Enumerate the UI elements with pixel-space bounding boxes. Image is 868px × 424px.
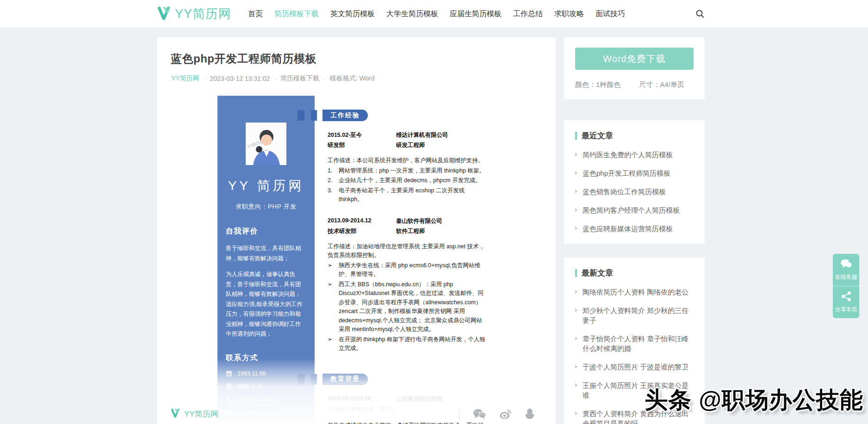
article-card: 蓝色php开发工程师简历模板 YY简历网 · 2023-03-12 13:31:… [157,37,556,424]
triangle-bullet-icon [575,208,578,212]
latest-article-link[interactable]: 郑少秋个人资料简介 郑少秋的三任妻子 [575,306,694,325]
work-dept: 技术研发部 [328,227,396,235]
ribbon-square [298,374,304,385]
meta-separator: · [323,75,326,82]
download-card: Word免费下载 颜色：1种颜色 尺寸：A4/单页 [564,37,705,99]
meta-category-link[interactable]: 简历模板下载 [280,74,319,83]
resume-intention: 求职意向：PHP 开发 [217,203,315,211]
latest-articles-title: 最新文章 [582,268,613,278]
footer-logo[interactable]: YY简历网 [171,408,218,419]
resume-section-title: 工作经验 [322,110,368,121]
triangle-bullet-icon [575,153,578,156]
work-desc-line: ➢陕西大学生在线：采用 php ecms6.0+mysql,负责网站维护、界管理… [328,261,486,279]
nav-item[interactable]: 面试技巧 [595,9,625,19]
triangle-bullet-icon [575,171,578,175]
nav-item[interactable]: 应届生简历模板 [450,9,502,19]
latest-article-link[interactable]: 章子怡简介个人资料 章子怡和汪峰什么时候离的婚 [575,334,694,353]
header-accent-bar [575,132,577,140]
resume-content: 工作经验 2015.02-至今 维达计算机有限公司 研发部 研发工程师 工作描述… [315,96,495,421]
share-page-label: 分享本页 [833,306,859,313]
meta-source-link[interactable]: YY简历网 [171,74,199,83]
resume-blue-sidebar: YY简历网 YY 简历网 求职意向：PHP 开发 自我评价 善于倾听和交流，具有… [217,96,315,421]
work-dept: 研发部 [328,141,396,149]
right-sidebar: Word免费下载 颜色：1种颜色 尺寸：A4/单页 最近文章 简约医生免费的个人… [564,37,705,424]
resume-selfeval-paragraph: 适应能力强,能承受很大的工作压力，有很强的学习能力和敬业精神，能够沟通协调好工作… [226,300,306,339]
recent-article-link[interactable]: 蓝色php开发工程师简历模板 [575,168,694,178]
work-entry: 2013.09-2014.12 泰山软件有限公司 技术研发部 软件工程师 工作描… [328,217,486,353]
contact-location: 湖南 长沙 [237,383,262,391]
resume-section-ribbon: 工作经验 [298,110,486,121]
work-period: 2015.02-至今 [328,131,396,139]
template-size-spec: 尺寸：A4/单页 [639,80,684,89]
online-service-button[interactable]: 在线客服 [833,254,859,286]
logo-v-icon [157,6,172,22]
recent-articles-header: 最近文章 [575,130,694,141]
main-nav: 首页 简历模板下载 英文简历模板 大学生简历模板 应届生简历模板 工作总结 求职… [248,9,625,19]
chat-icon [840,259,853,269]
top-navbar: YY简历网 首页 简历模板下载 英文简历模板 大学生简历模板 应届生简历模板 工… [0,0,868,28]
resume-selfeval-title: 自我评价 [226,227,306,236]
calendar-icon [226,370,232,377]
work-company: 维达计算机有限公司 [396,131,486,139]
work-period: 2013.09-2014.12 [328,217,396,225]
triangle-bullet-icon [575,190,578,193]
latest-article-link[interactable]: 陶珞依简历个人资料 陶珞依的老公 [575,287,694,297]
site-logo[interactable]: YY简历网 [157,6,231,22]
weibo-icon[interactable] [499,408,512,419]
meta-separator: · [204,75,206,82]
location-icon [226,383,232,390]
template-color-spec: 颜色：1种颜色 [575,80,620,89]
triangle-bullet-icon [575,365,578,369]
latest-article-link[interactable]: 于波个人简历照片 于波是谁的警卫 [575,362,694,372]
contact-phone: 189-5643-0987 [237,397,277,403]
triangle-bullet-icon [575,412,578,415]
work-entry: 2015.02-至今 维达计算机有限公司 研发部 研发工程师 工作描述：本公司系… [328,131,486,204]
resume-section-ribbon: 教育背景 [298,374,486,385]
logo-v-icon [171,408,181,419]
work-desc-line: 工作描述：本公司系统开发维护，客户网站及后期维护支持。 [328,156,486,166]
footer-logo-text: YY简历网 [184,409,218,419]
nav-item[interactable]: 英文简历模板 [330,9,375,19]
ribbon-square [311,110,317,121]
resume-name: YY 简历网 [217,177,315,195]
nav-item[interactable]: 求职攻略 [554,9,584,19]
phone-icon [226,397,232,403]
article-meta: YY简历网 · 2023-03-12 13:31:02 · 简历模板下载 · 模… [171,74,556,83]
triangle-bullet-icon [575,227,578,230]
work-desc-line: 工作描述：加油站地理信息管理系统 主要采用 asp.net 技术，负责系统权限控… [328,242,486,260]
contact-birthdate: 1993.11.08 [237,370,266,377]
triangle-bullet-icon [575,290,578,294]
nav-item[interactable]: 大学生简历模板 [386,9,438,19]
resume-contact-title: 联系方式 [226,353,306,363]
triangle-bullet-icon [575,337,578,340]
toutiao-watermark: 头条 @职场办公技能 [645,385,863,416]
recent-article-link[interactable]: 简约医生免费的个人简历模板 [575,150,694,160]
nav-item[interactable]: 工作总结 [513,9,543,19]
online-service-label: 在线客服 [833,273,859,281]
nav-item[interactable]: 首页 [248,9,263,19]
qq-icon[interactable] [525,408,534,420]
work-desc-line: 2.企业站几十个，主要采用 dedecms，phpcm 开发完成。 [328,176,486,185]
work-desc-line: 1.网站管理系统：php 一次开发，主要采用 thinkphp 框架。 [328,166,486,176]
work-role: 软件工程师 [396,227,486,235]
resume-selfeval-paragraph: 善于倾听和交流，具有团队精神，能够有效解决问题； [226,244,306,264]
word-download-button[interactable]: Word免费下载 [575,48,694,70]
recent-article-link[interactable]: 蓝色应聘新媒体运营简历模板 [575,224,694,234]
logo-text: YY简历网 [175,6,231,22]
resume-avatar: YY简历网 [246,123,286,165]
recent-articles-card: 最近文章 简约医生免费的个人简历模板 蓝色php开发工程师简历模板 [564,120,705,244]
share-page-button[interactable]: 分享本页 [833,286,859,318]
share-icon [841,291,852,301]
work-desc-line: ➢在开源的 thinkphp 框架下进行电子商务网站开发，个人独立完成。 [328,335,486,353]
recent-article-link[interactable]: 蓝色销售岗位工作简历模板 [575,187,694,197]
edu-period: 2009.09-2013.06 [328,395,396,403]
triangle-bullet-icon [575,308,578,312]
wechat-icon[interactable] [472,408,486,419]
resume-preview-image: YY简历网 YY 简历网 求职意向：PHP 开发 自我评价 善于倾听和交流，具有… [217,96,495,421]
ribbon-square [311,374,317,385]
page-title: 蓝色php开发工程师简历模板 [171,51,556,66]
work-company: 泰山软件有限公司 [396,217,486,225]
nav-item[interactable]: 简历模板下载 [274,9,319,19]
recent-article-link[interactable]: 黑色简约客户经理个人简历模板 [575,205,694,215]
search-icon[interactable] [695,9,705,18]
